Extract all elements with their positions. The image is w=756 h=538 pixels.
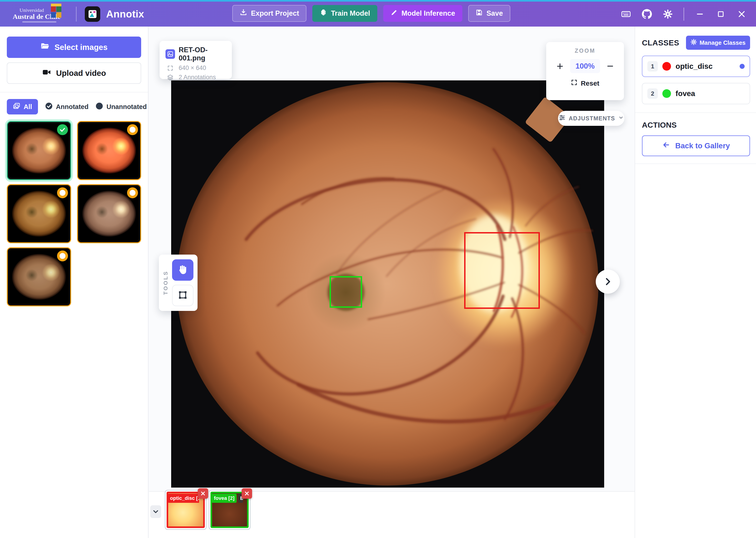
check-icon (59, 126, 66, 133)
images-icon (13, 102, 21, 112)
circle-icon (95, 102, 103, 112)
class-item[interactable]: 1 optic_disc (642, 56, 750, 77)
folder-open-icon (40, 42, 49, 53)
bbox-fovea[interactable] (330, 276, 362, 308)
annotation-count: 2 Annotations (179, 74, 216, 81)
header-accent-line (0, 0, 756, 2)
window-controls (621, 2, 747, 27)
upload-video-label: Upload video (56, 69, 106, 78)
filter-label: Annotated (56, 103, 89, 111)
class-color-dot (662, 62, 671, 71)
tools-panel-label: TOOLS (162, 270, 169, 295)
chevron-right-icon (603, 277, 613, 287)
image-gallery-sidebar: Select images Upload video All Annotated… (0, 27, 149, 538)
selected-indicator-dot (740, 64, 745, 69)
layers-icon (165, 74, 175, 81)
save-icon (475, 9, 483, 18)
save-button[interactable]: Save (468, 5, 510, 22)
university-logo-line1: Universidad (20, 7, 44, 13)
image-thumbnail[interactable] (77, 121, 141, 180)
annotix-app: Universidad Austral de Chile (0, 0, 756, 538)
save-label: Save (486, 9, 503, 18)
gear-icon (691, 39, 697, 47)
keyboard-shortcuts-icon[interactable] (621, 9, 631, 19)
export-project-button[interactable]: Export Project (232, 5, 306, 22)
back-to-gallery-button[interactable]: Back to Gallery (642, 135, 750, 156)
actions-title: ACTIONS (642, 121, 750, 130)
zoom-level: 100% (570, 59, 600, 73)
adjustments-dropdown[interactable]: ADJUSTMENTS (558, 111, 624, 126)
thumbnail-grid (7, 121, 141, 306)
zoom-out-button[interactable]: − (605, 60, 615, 72)
reset-view-icon (571, 79, 578, 87)
class-list: 1 optic_disc 2 fovea (642, 56, 750, 104)
classes-divider (635, 112, 756, 113)
classes-sidebar: CLASSES Manage Classes (635, 27, 756, 538)
annotation-canvas-area: RET-OD-001.png 640 × 640 2 Annotations (149, 27, 635, 538)
sidebar-divider (0, 92, 148, 92)
adjustments-label: ADJUSTMENTS (569, 115, 615, 122)
manage-classes-label: Manage Classes (700, 39, 745, 46)
bbox-optic-disc[interactable] (464, 232, 540, 309)
image-thumbnail[interactable] (77, 184, 141, 243)
window-controls-divider (683, 8, 684, 21)
close-button[interactable] (736, 9, 747, 19)
download-icon (240, 9, 247, 18)
gallery-filters: All Annotated Unannotated (7, 99, 141, 115)
filter-annotated[interactable]: Annotated (45, 102, 89, 112)
image-thumbnail[interactable] (7, 184, 71, 243)
actions-divider (635, 164, 756, 164)
zoom-reset-label: Reset (581, 80, 599, 87)
status-badge (57, 250, 68, 261)
filter-unannotated[interactable]: Unannotated (95, 102, 147, 112)
pen-icon (391, 9, 398, 18)
header-bar: Universidad Austral de Chile (0, 0, 756, 27)
zoom-panel-title: ZOOM (546, 47, 624, 54)
zoom-panel: ZOOM + 100% − Reset (546, 42, 624, 100)
arrow-left-icon (662, 141, 670, 151)
image-thumbnail[interactable] (7, 121, 71, 180)
model-inference-label: Model Inference (402, 9, 455, 18)
next-image-button[interactable] (596, 270, 620, 294)
filter-all[interactable]: All (7, 99, 38, 115)
shortcut-key-badge: 2 (647, 88, 658, 99)
zoom-in-button[interactable]: + (555, 60, 565, 72)
select-images-button[interactable]: Select images (7, 36, 141, 58)
close-icon (244, 491, 250, 497)
model-inference-button[interactable]: Model Inference (383, 5, 462, 22)
tools-panel: TOOLS (159, 254, 198, 311)
image-viewport[interactable] (171, 81, 604, 488)
github-icon[interactable] (642, 9, 652, 19)
settings-gear-icon[interactable] (662, 9, 673, 19)
export-project-label: Export Project (251, 9, 299, 18)
pan-hand-tool[interactable] (172, 259, 193, 281)
brain-icon (320, 9, 327, 18)
chevron-down-icon (152, 508, 159, 515)
train-model-button[interactable]: Train Model (312, 5, 377, 22)
status-badge (127, 124, 138, 135)
delete-annotation-button[interactable] (242, 488, 252, 499)
annotation-card[interactable]: optic_disc [1] BBox (165, 490, 207, 530)
image-info-card: RET-OD-001.png 640 × 640 2 Annotations (159, 41, 232, 79)
collapse-annotations-button[interactable] (150, 505, 161, 518)
image-thumbnail[interactable] (7, 247, 71, 306)
delete-annotation-button[interactable] (198, 488, 208, 499)
minimize-button[interactable] (695, 9, 705, 19)
bbox-draw-tool[interactable] (172, 285, 193, 306)
annotation-label: fovea [2] (212, 494, 237, 503)
annotations-bar: optic_disc [1] BBox fovea [2] BBox (149, 491, 635, 538)
class-item[interactable]: 2 fovea (642, 83, 750, 104)
manage-classes-button[interactable]: Manage Classes (686, 36, 750, 50)
annotation-label: optic_disc [1] (168, 494, 199, 503)
maximize-button[interactable] (716, 9, 726, 19)
upload-video-button[interactable]: Upload video (7, 63, 141, 84)
status-badge (57, 124, 68, 135)
filter-all-label: All (24, 103, 32, 111)
annotation-card[interactable]: fovea [2] BBox (209, 490, 250, 530)
app-logo-icon (85, 6, 100, 22)
sliders-icon (559, 114, 566, 122)
check-circle-icon (45, 102, 53, 112)
zoom-reset-button[interactable]: Reset (546, 79, 624, 87)
status-badge (127, 188, 138, 198)
class-color-dot (662, 89, 671, 98)
